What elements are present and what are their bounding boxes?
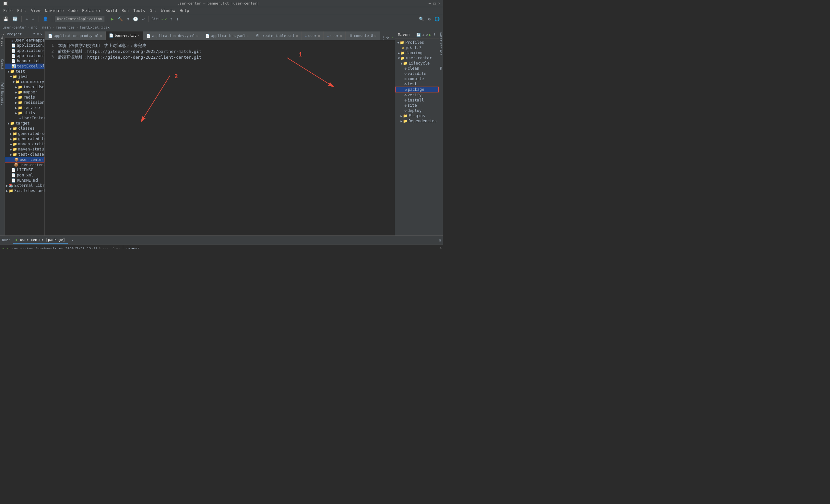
maven-deploy[interactable]: ⚙ deploy bbox=[395, 108, 439, 113]
tree-userteam[interactable]: ☕ UserTeamMapper.xml bbox=[5, 38, 44, 43]
maven-site[interactable]: ⚙ site bbox=[395, 103, 439, 108]
maven-compile[interactable]: ⚙ compile bbox=[395, 76, 439, 82]
toolbar-back[interactable]: ← bbox=[24, 16, 30, 22]
tree-maven-arch[interactable]: ▶ 📁 maven-archiver bbox=[5, 141, 44, 147]
menu-view[interactable]: View bbox=[29, 8, 42, 13]
menu-help[interactable]: Help bbox=[178, 8, 191, 13]
maven-deps[interactable]: ▶ 📁 Dependencies bbox=[395, 118, 439, 124]
close-button[interactable]: ✕ bbox=[438, 1, 440, 5]
tab-close-btn6[interactable]: ✕ bbox=[318, 34, 320, 38]
menu-code[interactable]: Code bbox=[66, 8, 80, 13]
tree-classes[interactable]: ▶ 📁 classes bbox=[5, 126, 44, 131]
tab-create[interactable]: 🗄 create_table.sql ✕ bbox=[252, 31, 301, 40]
tabs-more-icon[interactable]: ⋮ bbox=[381, 35, 385, 40]
tree-target-folder[interactable]: ▼ 📁 target bbox=[5, 121, 44, 126]
tree-gen-sources[interactable]: ▶ 📁 generated-sources bbox=[5, 131, 44, 136]
maven-more-icon[interactable]: ⋮ bbox=[433, 33, 436, 37]
tab-close-btn2[interactable]: ✕ bbox=[137, 34, 139, 37]
run-button[interactable]: ▶ bbox=[110, 16, 115, 22]
pull-requests-icon[interactable]: Pull Requests bbox=[0, 81, 4, 106]
notifications-icon[interactable]: Notifications bbox=[439, 32, 443, 55]
run-close[interactable]: ✕ bbox=[69, 238, 76, 243]
tree-jar-file[interactable]: 📦 user-center-0.0.1-SNAPSHOT.jar bbox=[5, 157, 44, 162]
tab-close-btn5[interactable]: ✕ bbox=[296, 34, 298, 38]
tree-ucapptests[interactable]: ☕ UserCenterApplicationTests bbox=[5, 116, 44, 121]
tree-com-folder[interactable]: ▼ 📁 com.memory.usercenter bbox=[5, 79, 44, 84]
tree-license[interactable]: 📄 LICENSE bbox=[5, 167, 44, 172]
maven-lifecycle[interactable]: ▼ 📁 Lifecycle bbox=[395, 61, 439, 66]
commit-icon[interactable]: Commit bbox=[0, 58, 4, 71]
tabs-settings-icon[interactable]: ⚙ bbox=[385, 35, 390, 40]
tree-java-folder[interactable]: ▼ 📁 java bbox=[5, 74, 44, 79]
maven-settings-icon[interactable]: ⚙ bbox=[426, 33, 428, 37]
tree-pom[interactable]: 📄 pom.xml bbox=[5, 172, 44, 178]
tab-console[interactable]: 🖥 console_8 ✕ bbox=[346, 31, 380, 40]
tab-banner[interactable]: 📄 banner.txt ✕ bbox=[106, 31, 143, 40]
maven-package[interactable]: ⚙ package bbox=[395, 87, 439, 92]
maven-refresh-icon[interactable]: 🔄 bbox=[416, 33, 421, 37]
translate-btn[interactable]: 🌐 bbox=[433, 16, 441, 22]
maven-add-icon[interactable]: + bbox=[422, 33, 424, 37]
breadcrumb-part2[interactable]: src bbox=[31, 25, 37, 30]
tree-testexcel[interactable]: 📊 testExcel.xlsx bbox=[5, 64, 44, 69]
run-config-tab[interactable]: ▶ user-center [package] bbox=[13, 237, 68, 244]
collapse-icon[interactable]: ≡ bbox=[33, 32, 36, 36]
tree-readme[interactable]: 📄 README.md bbox=[5, 178, 44, 183]
menu-file[interactable]: File bbox=[1, 8, 14, 13]
close-tree-icon[interactable]: ✕ bbox=[40, 32, 42, 36]
tab-user2[interactable]: ☕ user ✕ bbox=[324, 31, 346, 40]
tree-service[interactable]: ▶ 📁 service bbox=[5, 105, 44, 110]
tab-app-dev[interactable]: 📄 application-dev.yaml ✕ bbox=[143, 31, 202, 40]
menu-window[interactable]: Window bbox=[159, 8, 177, 13]
tab-close-btn3[interactable]: ✕ bbox=[196, 34, 198, 38]
git-push[interactable]: ↑ bbox=[168, 16, 174, 22]
tab-user1[interactable]: ☕ user ✕ bbox=[301, 31, 324, 40]
toolbar-forward[interactable]: → bbox=[31, 16, 36, 22]
toolbar-undo[interactable]: ↩ bbox=[141, 16, 146, 22]
maven-profiles[interactable]: ▼ 📁 Profiles bbox=[395, 40, 439, 45]
editor-content[interactable]: 1 本项目仅供学习交流用，线上访问地址：未完成 2 前端开源地址：https:/… bbox=[45, 40, 395, 235]
tree-scratches[interactable]: ▶ 📁 Scratches and Consoles bbox=[5, 188, 44, 193]
tree-utils[interactable]: ▶ 📁 utils bbox=[5, 110, 44, 116]
toolbar-build2[interactable]: 🔨 bbox=[117, 16, 124, 22]
toolbar-user[interactable]: 👤 bbox=[41, 16, 49, 22]
tab-app-prod[interactable]: 📄 application-prod.yaml ✕ bbox=[45, 31, 106, 40]
run-config-dropdown[interactable]: UserCenterApplication bbox=[55, 16, 104, 22]
tree-jar-orig[interactable]: 📦 user-center-0.0.1-SNAPSHOT.jar.origina… bbox=[5, 162, 44, 167]
menu-navigate[interactable]: Navigate bbox=[43, 8, 66, 13]
tree-app-prod[interactable]: 📄 application-prod.yaml bbox=[5, 53, 44, 58]
maven-run-icon[interactable]: ▶ bbox=[429, 33, 431, 37]
menu-run[interactable]: Run bbox=[120, 8, 131, 13]
run-item-1[interactable]: ▶ ✓ user-center [package]: At 2023/7/25 … bbox=[1, 246, 122, 249]
menu-build[interactable]: Build bbox=[103, 8, 119, 13]
database-icon[interactable]: 🗄 bbox=[439, 67, 443, 70]
project-icon[interactable]: Project bbox=[0, 32, 4, 48]
tree-redission[interactable]: ▶ 📁 redission bbox=[5, 100, 44, 105]
tree-test-classes[interactable]: ▶ 📁 test-classes bbox=[5, 152, 44, 157]
maven-plugins[interactable]: ▶ 📁 Plugins bbox=[395, 113, 439, 118]
maven-test[interactable]: ⚙ test bbox=[395, 82, 439, 87]
maven-clean[interactable]: ⚙ clean bbox=[395, 66, 439, 71]
tab-close-btn8[interactable]: ✕ bbox=[375, 34, 376, 38]
maven-usercenter[interactable]: ▼ 📁 user-center bbox=[395, 56, 439, 61]
maximize-button[interactable]: □ bbox=[434, 1, 436, 5]
maven-install[interactable]: ⚙ install bbox=[395, 98, 439, 103]
breadcrumb-part4[interactable]: resources bbox=[56, 25, 75, 30]
settings-btn[interactable]: ⚙ bbox=[427, 16, 432, 22]
tree-maven-status[interactable]: ▶ 📁 maven-status bbox=[5, 147, 44, 152]
tree-redis[interactable]: ▶ 📁 redis bbox=[5, 95, 44, 100]
toolbar-clock[interactable]: 🕐 bbox=[132, 16, 139, 22]
maven-verify[interactable]: ⚙ verify bbox=[395, 92, 439, 98]
menu-tools[interactable]: Tools bbox=[131, 8, 147, 13]
tree-insertuser[interactable]: ▶ 📁 insertUser bbox=[5, 84, 44, 90]
menu-git[interactable]: Git bbox=[148, 8, 159, 13]
toolbar-more[interactable]: ⚙ bbox=[125, 16, 131, 22]
bottom-settings-icon[interactable]: ⚙ bbox=[439, 238, 441, 243]
toolbar-sync[interactable]: 🔄 bbox=[11, 16, 19, 22]
search-everywhere[interactable]: 🔍 bbox=[418, 16, 425, 22]
tree-gen-test[interactable]: ▶ 📁 generated-test-sources bbox=[5, 136, 44, 141]
console-scrollbar[interactable]: ▲ ▼ bbox=[438, 245, 443, 249]
tab-close-btn7[interactable]: ✕ bbox=[340, 34, 342, 38]
tree-test-folder[interactable]: ▼ 📁 test bbox=[5, 69, 44, 74]
tab-close-btn4[interactable]: ✕ bbox=[247, 34, 249, 38]
